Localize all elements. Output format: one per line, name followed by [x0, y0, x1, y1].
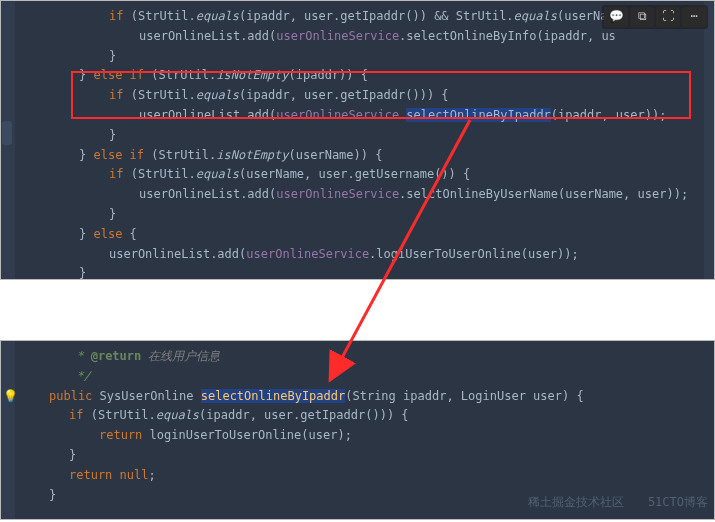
code-line[interactable]: return loginUserToUserOnline(user);: [19, 426, 714, 446]
code-line[interactable]: } else if (StrUtil.isNotEmpty(ipaddr)) {: [19, 66, 714, 86]
code-line[interactable]: userOnlineList.add(userOnlineService.sel…: [19, 27, 714, 47]
comment-button[interactable]: 💬: [604, 7, 628, 27]
code-line[interactable]: } else if (StrUtil.isNotEmpty(userName))…: [19, 146, 714, 166]
code-line[interactable]: }: [19, 47, 714, 67]
code-line[interactable]: }: [19, 264, 714, 284]
watermark: 51CTO博客: [648, 493, 708, 513]
code-line[interactable]: userOnlineList.add(userOnlineService.log…: [19, 245, 714, 265]
intention-bulb-icon[interactable]: 💡: [3, 387, 18, 407]
code-line[interactable]: }: [19, 205, 714, 225]
copy-button[interactable]: ⧉: [630, 7, 654, 27]
code-line[interactable]: }: [19, 126, 714, 146]
code-editor-bottom[interactable]: 💡 * @return 在线用户信息 */ public SysUserOnli…: [0, 340, 715, 520]
code-line[interactable]: public SysUserOnline selectOnlineByIpadd…: [19, 387, 714, 407]
code-line[interactable]: return null;: [19, 466, 714, 486]
fold-handle[interactable]: [2, 121, 12, 145]
code-line[interactable]: userOnlineList.add(userOnlineService.sel…: [19, 106, 714, 126]
more-button[interactable]: ⋯: [682, 7, 706, 27]
fullscreen-button[interactable]: ⛶: [656, 7, 680, 27]
watermark: 稀土掘金技术社区: [528, 493, 624, 513]
code-line[interactable]: }: [19, 446, 714, 466]
editor-toolbar: 💬 ⧉ ⛶ ⋯: [602, 5, 708, 29]
code-line[interactable]: if (StrUtil.equals(ipaddr, user.getIpadd…: [19, 86, 714, 106]
code-line[interactable]: if (StrUtil.equals(userName, user.getUse…: [19, 165, 714, 185]
gutter-right: [704, 1, 714, 279]
code-line[interactable]: */: [19, 367, 714, 387]
gutter-left: [1, 341, 15, 519]
code-line[interactable]: } else {: [19, 225, 714, 245]
code-line[interactable]: userOnlineList.add(userOnlineService.sel…: [19, 185, 714, 205]
code-line[interactable]: if (StrUtil.equals(ipaddr, user.getIpadd…: [19, 406, 714, 426]
code-line[interactable]: * @return 在线用户信息: [19, 347, 714, 367]
code-editor-top[interactable]: 💬 ⧉ ⛶ ⋯ if (StrUtil.equals(ipaddr, user.…: [0, 0, 715, 280]
